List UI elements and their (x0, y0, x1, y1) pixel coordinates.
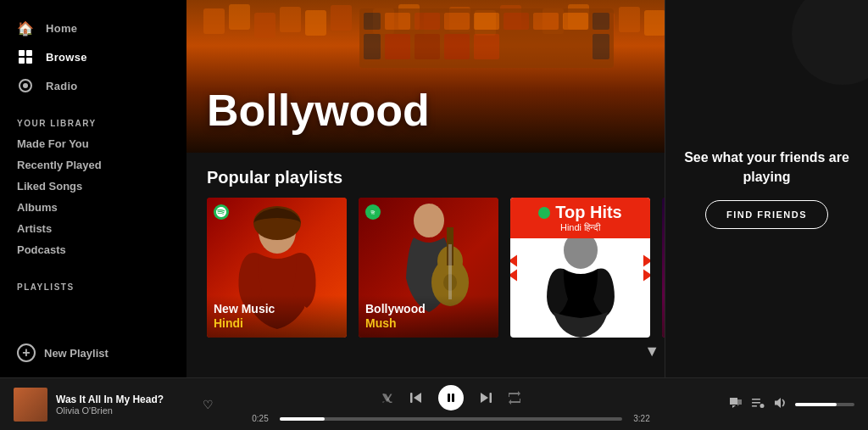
sidebar-item-recently-played[interactable]: Recently Played (0, 154, 186, 176)
svg-rect-11 (504, 13, 529, 30)
svg-rect-12 (533, 13, 559, 30)
sidebar-item-liked-songs[interactable]: Liked Songs (0, 176, 186, 197)
hero-title: Bollywood (207, 85, 430, 136)
home-icon: 🏠 (17, 20, 34, 36)
card1-title1: New Music (214, 302, 340, 316)
right-panel: See what your friends are playing FIND F… (665, 0, 868, 377)
svg-rect-44 (490, 393, 492, 403)
find-friends-button[interactable]: FIND FRIENDS (705, 200, 828, 229)
svg-rect-1 (26, 50, 32, 56)
svg-rect-45 (752, 399, 760, 400)
card2-title-overlay: Bollywood Mush (359, 295, 498, 338)
svg-rect-20 (593, 34, 609, 59)
playlists-section-title: PLAYLISTS (0, 271, 186, 297)
sidebar-item-albums[interactable]: Albums (0, 197, 186, 218)
sidebar-browse-label: Browse (46, 51, 87, 64)
player-right-controls (685, 396, 854, 412)
svg-point-4 (23, 83, 28, 88)
svg-rect-7 (385, 13, 410, 30)
svg-rect-18 (444, 34, 470, 59)
svg-rect-6 (364, 13, 381, 30)
svg-rect-43 (452, 394, 454, 402)
sidebar-item-radio[interactable]: Radio (0, 71, 186, 100)
shuffle-button[interactable] (381, 391, 394, 405)
sidebar-home-label: Home (46, 22, 77, 35)
svg-rect-2 (19, 58, 25, 64)
scroll-down-indicator: ▼ (644, 343, 659, 360)
track-thumbnail (14, 388, 47, 422)
card2-title1: Bollywood (365, 302, 492, 316)
sidebar-item-browse[interactable]: Browse (0, 42, 186, 71)
playlist-card-bollywood-mush[interactable]: Bollywood Mush (359, 198, 498, 338)
playlist-card-bollywood-butter[interactable]: Bollywood Butter (662, 198, 665, 338)
track-name: Was It All In My Head? (56, 394, 191, 405)
svg-rect-19 (474, 34, 499, 59)
new-playlist-button[interactable]: + New Playlist (0, 335, 186, 371)
svg-point-31 (540, 208, 549, 217)
svg-rect-26 (447, 227, 453, 265)
card2-title2: Mush (365, 316, 492, 331)
card4-title-overlay: Bollywood Butter (662, 295, 665, 338)
svg-rect-8 (415, 13, 440, 30)
svg-rect-9 (444, 13, 470, 30)
lyrics-button[interactable] (729, 396, 743, 412)
plus-icon: + (17, 343, 36, 362)
playlist-card-top-hits[interactable]: Top Hits Hindi हिन्दी (510, 198, 650, 338)
svg-rect-17 (415, 34, 440, 59)
sidebar-item-artists[interactable]: Artists (0, 218, 186, 239)
volume-icon[interactable] (773, 396, 787, 412)
sidebar-item-made-for-you[interactable]: Made For You (0, 133, 186, 154)
track-info: Was It All In My Head? Olivia O'Brien ♡ (14, 388, 217, 422)
svg-rect-41 (410, 393, 413, 403)
sidebar: 🏠 Home Browse (0, 0, 186, 377)
card1-title2: Hindi (214, 316, 340, 331)
sidebar-navigation: 🏠 Home Browse (0, 0, 186, 107)
playlist-card-new-music-hindi[interactable]: New Music Hindi (207, 198, 347, 338)
time-current: 0:25 (248, 414, 273, 423)
card3-title2: Hindi हिन्दी (517, 222, 643, 233)
progress-bar-container: 0:25 3:22 (248, 414, 654, 423)
track-artist: Olivia O'Brien (56, 405, 191, 416)
like-button[interactable]: ♡ (199, 394, 217, 415)
browse-icon (17, 48, 34, 65)
card1-title-overlay: New Music Hindi (207, 295, 347, 338)
svg-rect-0 (19, 50, 25, 56)
time-total: 3:22 (629, 414, 654, 423)
repeat-button[interactable] (508, 391, 521, 405)
section-label: Popular playlists (186, 153, 665, 198)
card3-title1: Top Hits (555, 203, 622, 222)
svg-rect-46 (752, 402, 760, 404)
sidebar-item-home[interactable]: 🏠 Home (0, 14, 186, 42)
spotify-logo-card1 (214, 204, 229, 220)
sidebar-radio-label: Radio (46, 80, 78, 92)
main-content: Bollywood Popular playlists (186, 0, 665, 377)
previous-button[interactable] (409, 391, 423, 405)
player-controls: 0:25 3:22 (217, 385, 685, 423)
sidebar-item-podcasts[interactable]: Podcasts (0, 239, 186, 260)
radio-icon (17, 77, 34, 94)
track-details: Was It All In My Head? Olivia O'Brien (56, 394, 191, 416)
svg-rect-42 (448, 394, 450, 402)
next-button[interactable] (479, 391, 492, 405)
player-bar: Was It All In My Head? Olivia O'Brien ♡ (0, 377, 868, 430)
play-pause-button[interactable] (438, 385, 464, 410)
svg-rect-47 (752, 405, 757, 407)
friends-title: See what your friends are playing (682, 148, 851, 187)
svg-rect-3 (26, 58, 32, 64)
queue-button[interactable] (751, 396, 765, 412)
svg-point-27 (443, 274, 457, 291)
control-buttons (381, 385, 521, 410)
svg-rect-16 (385, 34, 410, 59)
svg-point-48 (760, 404, 765, 408)
svg-rect-13 (563, 13, 588, 30)
volume-fill (795, 403, 837, 406)
svg-rect-15 (364, 34, 381, 59)
svg-point-23 (414, 204, 444, 237)
new-playlist-label: New Playlist (44, 347, 108, 360)
progress-fill (280, 417, 325, 421)
volume-bar[interactable] (795, 403, 854, 406)
spotify-logo-card3 (538, 207, 550, 219)
progress-track[interactable] (280, 417, 622, 421)
playlists-grid: New Music Hindi (186, 198, 665, 355)
content-area: Bollywood Popular playlists (186, 0, 665, 377)
